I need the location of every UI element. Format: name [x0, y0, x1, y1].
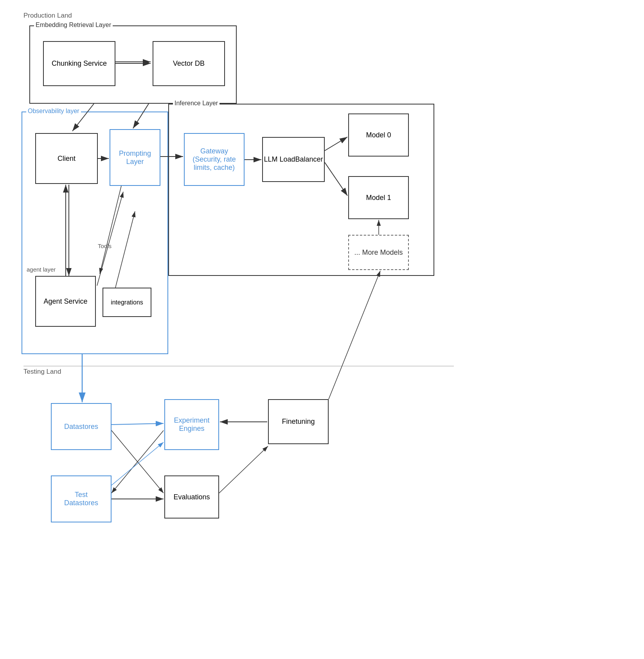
- agent-layer-label: agent layer: [27, 266, 56, 273]
- experiment-engines-box: Experiment Engines: [164, 399, 219, 450]
- vector-db-box: Vector DB: [153, 41, 225, 86]
- model-0-box: Model 0: [348, 113, 409, 157]
- production-land-label: Production Land: [23, 12, 72, 20]
- client-box: Client: [35, 133, 98, 184]
- divider-line: [23, 366, 454, 366]
- model-1-box: Model 1: [348, 176, 409, 219]
- finetuning-box: Finetuning: [268, 399, 329, 444]
- svg-line-26: [219, 446, 268, 493]
- test-datastores-box: Test Datastores: [51, 475, 112, 522]
- evaluations-box: Evaluations: [164, 475, 219, 519]
- testing-land-label: Testing Land: [23, 368, 61, 376]
- svg-line-21: [329, 271, 380, 399]
- llm-loadbalancer-box: LLM LoadBalancer: [262, 137, 325, 182]
- gateway-box: Gateway (Security, rate limits, cache): [184, 133, 245, 186]
- more-models-box: ... More Models: [348, 235, 409, 270]
- tools-label: Tools: [98, 243, 112, 249]
- prompting-layer-box: Prompting Layer: [110, 129, 160, 186]
- svg-line-22: [112, 430, 164, 493]
- svg-line-24: [112, 442, 164, 485]
- observability-layer-label: Observability layer: [26, 108, 81, 115]
- inference-layer-label: Inference Layer: [173, 100, 219, 107]
- integrations-box: integrations: [103, 288, 151, 317]
- chunking-service-box: Chunking Service: [43, 41, 115, 86]
- svg-line-19: [112, 423, 164, 425]
- embedding-retrieval-label: Embedding Retrieval Layer: [34, 22, 113, 29]
- diagram: Production Land Testing Land Embedding R…: [0, 0, 644, 659]
- svg-line-23: [112, 430, 164, 493]
- datastores-box: Datastores: [51, 403, 112, 450]
- agent-service-box: Agent Service: [35, 276, 96, 327]
